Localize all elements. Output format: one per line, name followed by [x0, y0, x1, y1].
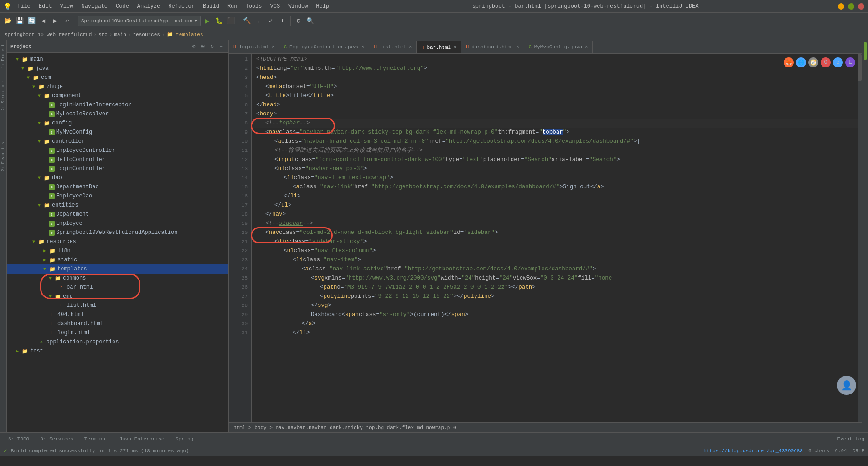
menu-navigate[interactable]: Navigate	[78, 2, 111, 10]
maximize-button[interactable]	[848, 3, 854, 10]
tab-loginhtml[interactable]: H login.html ×	[229, 41, 279, 53]
open-button[interactable]: 📂	[3, 16, 13, 26]
tab-javaee[interactable]: Java Enterprise	[115, 434, 169, 445]
minimize-button[interactable]	[838, 3, 844, 10]
sidebar-project-tab[interactable]: 1: Project	[1, 42, 5, 70]
bc-templates[interactable]: 📁 templates	[167, 31, 203, 37]
tab-spring[interactable]: Spring	[171, 434, 198, 445]
tree-item-dao[interactable]: ▼ 📁 dao	[7, 173, 228, 182]
bc-src[interactable]: src	[98, 32, 108, 37]
menu-file[interactable]: File	[14, 2, 34, 10]
user-avatar[interactable]: 👤	[837, 376, 856, 395]
tree-item-java[interactable]: ▼ 📁 java	[7, 64, 228, 73]
refresh-button[interactable]: 🔄	[26, 16, 36, 26]
tree-item-config[interactable]: ▼ 📁 config	[7, 119, 228, 128]
debug-button[interactable]: 🐛	[214, 16, 224, 26]
tree-item-controller[interactable]: ▼ 📁 controller	[7, 137, 228, 146]
chrome-icon[interactable]: 🌐	[796, 57, 806, 67]
code-content[interactable]: <!DOCTYPE html> <html lang="en" xmlns:th…	[252, 54, 862, 422]
bc-main[interactable]: main	[114, 32, 126, 37]
menu-code[interactable]: Code	[112, 2, 133, 10]
run-button[interactable]: ▶	[202, 16, 212, 26]
tab-terminal[interactable]: Terminal	[80, 434, 113, 445]
back-button[interactable]: ◀	[38, 16, 48, 26]
settings-wheel-icon[interactable]: ⚙	[190, 43, 197, 50]
tree-item-mylocaleresolver[interactable]: C MyLocaleResolver	[7, 109, 228, 119]
edge-icon[interactable]: E	[845, 57, 855, 67]
tree-item-component[interactable]: ▼ 📁 component	[7, 91, 228, 100]
tree-item-barhtml[interactable]: H bar.html	[7, 283, 228, 292]
safari-icon[interactable]: 🧭	[808, 57, 818, 67]
bc-resources[interactable]: resources	[133, 32, 160, 37]
menu-bar[interactable]: File Edit View Navigate Code Analyze Ref…	[14, 2, 333, 10]
blog-link[interactable]: https://blog.csdn.net/qq_43390688	[703, 448, 803, 454]
tab-dashboard[interactable]: H dashboard.html ×	[461, 41, 524, 53]
tree-item-appprops[interactable]: ⚙ application.properties	[7, 337, 228, 347]
menu-window[interactable]: Window	[284, 2, 311, 10]
bc-project[interactable]: springboot-10-web-restfulcrud	[5, 32, 92, 37]
save-button[interactable]: 💾	[15, 16, 25, 26]
event-log-link[interactable]: Event Log	[837, 436, 864, 442]
settings-button[interactable]: ⚙	[294, 16, 304, 26]
tab-bar-close[interactable]: ×	[454, 45, 456, 50]
menu-build[interactable]: Build	[199, 2, 223, 10]
tab-list-close[interactable]: ×	[409, 45, 412, 50]
search-everywhere-button[interactable]: 🔍	[305, 16, 315, 26]
tree-item-main[interactable]: ▼ 📁 main	[7, 55, 228, 64]
commit-button[interactable]: ✓	[266, 16, 276, 26]
tab-empcontroller[interactable]: C EmployeeController.java ×	[279, 41, 369, 53]
tab-services[interactable]: 8: Services	[36, 434, 78, 445]
sync-icon[interactable]: ↻	[208, 43, 216, 50]
tree-item-loginhandler[interactable]: C LoginHandlerInterceptor	[7, 100, 228, 109]
tree-item-springbootapp[interactable]: C Springboot10WebRestfulcrudApplication	[7, 228, 228, 237]
menu-help[interactable]: Help	[312, 2, 333, 10]
tab-listhtml[interactable]: H list.html ×	[369, 41, 417, 53]
ie-icon[interactable]: e	[833, 57, 843, 67]
tree-item-emp[interactable]: ▼ 📁 emp	[7, 292, 228, 301]
tree-item-templates[interactable]: ▼ 📁 templates	[7, 264, 228, 274]
minimize-panel-icon[interactable]: −	[217, 43, 225, 50]
tree-item-404[interactable]: H 404.html	[7, 310, 228, 319]
menu-vcs[interactable]: VCS	[267, 2, 284, 10]
tab-barhtml[interactable]: H bar.html ×	[417, 41, 461, 53]
menu-tools[interactable]: Tools	[242, 2, 266, 10]
tree-item-empcontroller[interactable]: C EmployeeController	[7, 146, 228, 155]
tree-item-resources[interactable]: ▼ 📁 resources	[7, 237, 228, 246]
tab-todo[interactable]: 6: TODO	[4, 434, 34, 445]
opera-icon[interactable]: O	[821, 57, 831, 67]
tree-item-static[interactable]: ▶ 📁 static	[7, 255, 228, 264]
tree-item-dept[interactable]: C Department	[7, 210, 228, 219]
tree-item-dashboard[interactable]: H dashboard.html	[7, 319, 228, 328]
tree-item-empdao[interactable]: C EmployeeDao	[7, 192, 228, 201]
menu-analyze[interactable]: Analyze	[134, 2, 164, 10]
layout-icon[interactable]: ⊞	[199, 43, 207, 50]
tree-item-i18n[interactable]: ▶ 📁 i18n	[7, 246, 228, 255]
forward-button[interactable]: ▶	[50, 16, 60, 26]
push-button[interactable]: ⬆	[278, 16, 288, 26]
tab-loginhtml-close[interactable]: ×	[272, 45, 274, 50]
scroll-thumb[interactable]	[858, 54, 862, 81]
tab-mymvcconfig[interactable]: C MyMvcConfig.java ×	[524, 41, 593, 53]
scrollbar-right[interactable]	[858, 54, 862, 422]
tab-empctrl-close[interactable]: ×	[362, 45, 364, 50]
tree-item-listhtml[interactable]: H list.html	[7, 301, 228, 310]
sidebar-favorites-tab[interactable]: 2: Favorites	[1, 140, 5, 173]
run-config-dropdown[interactable]: Springboot10WebRestfulcrudApplication ▼	[78, 16, 201, 26]
tree-item-test[interactable]: ▶ 📁 test	[7, 347, 228, 356]
code-editor[interactable]: 1 2 3 4 5 6 7 8 9 10 11 12 13 14 15 16 1	[229, 54, 862, 422]
tab-mymvc-close[interactable]: ×	[585, 45, 588, 50]
menu-refactor[interactable]: Refactor	[165, 2, 198, 10]
tree-item-logincontroller[interactable]: C LoginController	[7, 164, 228, 173]
git-button[interactable]: ⑂	[254, 16, 264, 26]
tree-item-employee[interactable]: C Employee	[7, 219, 228, 228]
tree-item-mymvcconfig[interactable]: C MyMvcConfig	[7, 128, 228, 137]
stop-button[interactable]: ⬛	[226, 16, 236, 26]
sidebar-structure-tab[interactable]: 2: Structure	[1, 79, 5, 113]
close-button[interactable]	[858, 3, 864, 10]
tree-item-deptdao[interactable]: C DepartmentDao	[7, 182, 228, 192]
tree-item-hellocontroller[interactable]: C HelloController	[7, 155, 228, 164]
tree-item-login[interactable]: H login.html	[7, 328, 228, 337]
menu-edit[interactable]: Edit	[35, 2, 56, 10]
firefox-icon[interactable]: 🦊	[784, 57, 794, 67]
undo-button[interactable]: ↩	[62, 16, 72, 26]
